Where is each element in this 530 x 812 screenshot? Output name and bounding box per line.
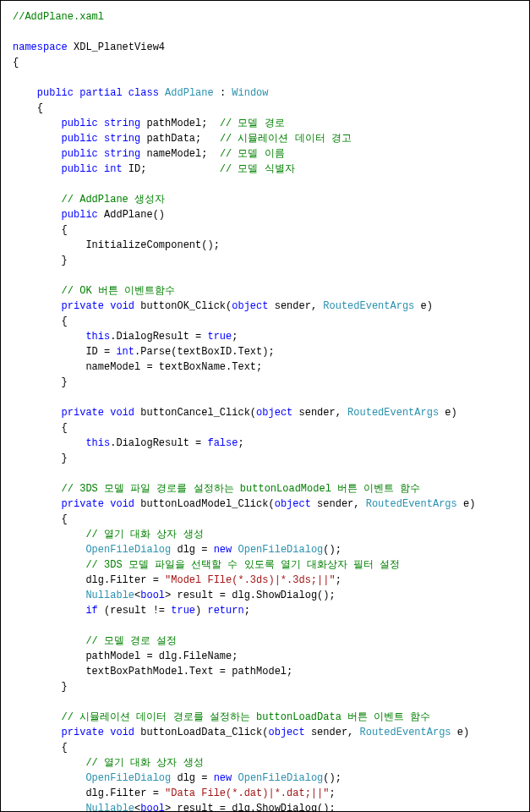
kw: return — [207, 605, 243, 617]
ident: AddPlane() — [98, 209, 165, 221]
comment: // 열기 대화 상자 생성 — [85, 529, 203, 540]
kw: public — [62, 118, 98, 129]
punct: ; — [329, 787, 335, 799]
brace: { — [13, 742, 68, 754]
indent — [13, 559, 85, 571]
indent — [13, 407, 62, 419]
sp — [98, 118, 104, 129]
indent — [13, 194, 62, 206]
comment: // 모델 이름 — [220, 148, 285, 160]
ident: buttonLoadData_Click( — [134, 727, 268, 738]
type: Window — [232, 87, 268, 99]
brace: { — [13, 513, 68, 525]
type: RoutedEventArgs — [366, 498, 457, 510]
string: "Model FIle(*.3ds)|*.3ds;||" — [165, 574, 336, 586]
stmt: InitializeComponent(); — [13, 239, 220, 251]
stmt: dlg.Filter = — [13, 787, 165, 799]
indent — [13, 590, 85, 601]
kw: new — [214, 772, 232, 784]
kw: class — [128, 87, 159, 99]
sp — [98, 133, 104, 145]
sp — [123, 87, 128, 99]
brace: { — [13, 102, 43, 114]
ident: sender, — [268, 300, 323, 312]
stmt: .DialogResult = — [110, 437, 207, 449]
punct: ; — [336, 574, 341, 586]
kw: void — [110, 727, 134, 738]
stmt: pathModel = dlg.FileName; — [13, 650, 238, 662]
kw: void — [110, 300, 134, 312]
comment: // OK 버튼 이벤트함수 — [62, 285, 175, 297]
brace: } — [13, 255, 68, 266]
code-block: //AddPlane.xaml namespace XDL_PlanetView… — [0, 0, 530, 812]
ident: sender, — [305, 727, 360, 738]
comment: // 3DS 모델 파일을 선택할 수 있도록 열기 대화상자 필터 설정 — [85, 559, 400, 571]
type: OpenFileDialog — [238, 772, 323, 784]
kw: partial — [79, 87, 122, 99]
type: RoutedEventArgs — [347, 407, 439, 419]
brace: { — [13, 57, 19, 69]
indent — [13, 148, 62, 160]
type: Nullable — [85, 590, 134, 601]
ident: buttonOK_Click( — [134, 300, 232, 312]
kw-namespace: namespace — [13, 41, 68, 53]
ident: nameModel; — [140, 148, 220, 160]
ident: sender, — [311, 498, 366, 510]
kw: this — [85, 331, 110, 343]
ident: e) — [414, 300, 433, 312]
brace: { — [13, 224, 68, 236]
comment: // AddPlane 생성자 — [62, 194, 165, 206]
stmt: dlg = — [171, 544, 213, 556]
comment: // 열기 대화 상자 생성 — [85, 757, 203, 769]
stmt: dlg.Filter = — [13, 574, 165, 586]
sp — [98, 148, 104, 160]
type: OpenFileDialog — [85, 772, 171, 784]
stmt: (result != — [98, 605, 171, 617]
punct: (); — [323, 544, 341, 556]
indent — [13, 711, 62, 723]
kw: public — [62, 133, 98, 145]
stmt: ID = — [13, 346, 116, 358]
kw: object — [232, 300, 268, 312]
kw: object — [268, 727, 304, 738]
indent — [13, 803, 85, 812]
type: RoutedEventArgs — [360, 727, 451, 738]
indent — [13, 605, 85, 617]
comment: // 모델 경로 설정 — [85, 635, 177, 647]
kw: private — [62, 300, 104, 312]
type: OpenFileDialog — [85, 544, 171, 556]
indent — [13, 498, 62, 510]
indent — [13, 133, 62, 145]
type: OpenFileDialog — [238, 544, 323, 556]
stmt: > result = dlg.ShowDialog(); — [165, 590, 336, 601]
stmt: > result = dlg.ShowDialog(); — [165, 803, 336, 812]
indent — [13, 544, 85, 556]
type: RoutedEventArgs — [323, 300, 414, 312]
sp — [98, 163, 104, 175]
punct: ; — [238, 437, 243, 449]
ident: buttonLoadModel_Click( — [134, 498, 275, 510]
kw: private — [62, 407, 104, 419]
string: "Data File(*.dat)|*.dat;||" — [165, 787, 329, 799]
punct: ; — [244, 605, 250, 617]
indent — [13, 285, 62, 297]
indent — [13, 118, 62, 129]
kw: int — [116, 346, 134, 358]
type: AddPlane — [165, 87, 214, 99]
kw: new — [214, 544, 232, 556]
comment: // 시뮬레이션 데이터 경로를 설정하는 buttonLoadData 버튼 … — [62, 711, 431, 723]
type: Nullable — [85, 803, 134, 812]
indent — [13, 727, 62, 738]
ident: XDL_PlanetView4 — [68, 41, 165, 53]
ident: buttonCancel_Click( — [134, 407, 256, 419]
indent — [13, 772, 85, 784]
kw: public — [62, 148, 98, 160]
stmt: dlg = — [171, 772, 213, 784]
stmt: textBoxPathModel.Text = pathModel; — [13, 666, 292, 678]
kw: private — [62, 498, 104, 510]
comment: // 모델 식별자 — [220, 163, 295, 175]
indent — [13, 757, 85, 769]
indent — [13, 483, 62, 495]
comment: // 시뮬레이션 데이터 경고 — [220, 133, 352, 145]
ident: pathModel; — [140, 118, 220, 129]
